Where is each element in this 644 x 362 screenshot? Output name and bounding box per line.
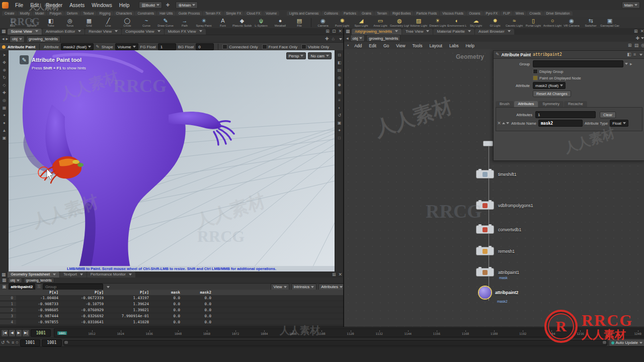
main-selector[interactable]: ◉ Main xyxy=(176,2,198,9)
keyframe-icon[interactable]: ✎ xyxy=(7,340,11,345)
path-node-chip[interactable]: growing_tendrils xyxy=(26,36,60,43)
lock-icon[interactable]: ⚿ xyxy=(37,285,41,289)
network-menu-item[interactable]: Layout xyxy=(426,43,446,48)
settings-icon[interactable]: ○ xyxy=(16,340,18,345)
transport-button[interactable]: ◀ xyxy=(9,329,15,337)
shelf-tool[interactable]: ◢ Spot Light xyxy=(352,18,371,27)
shelf-tool[interactable]: ◉ VR Camera xyxy=(562,18,581,27)
pane-tab[interactable]: Geometry Spreadsheet xyxy=(8,272,60,278)
shelf-tool[interactable]: ☀ Distant Light xyxy=(428,18,447,27)
node-timeshift1[interactable]: timeshift1 xyxy=(476,170,516,178)
shelf-tab[interactable]: Constraints xyxy=(135,11,156,16)
shelf-tab[interactable]: Terrain FX xyxy=(203,11,223,16)
pane-tab[interactable]: Asset Browser xyxy=(475,29,514,35)
shelf-tool[interactable]: ▨ Volume Light xyxy=(409,18,428,27)
shelf-tab[interactable]: Texture xyxy=(80,11,96,16)
shelf-tab[interactable]: Rigging xyxy=(97,11,113,16)
network-menu-item[interactable]: View xyxy=(392,43,409,48)
shelf-tool[interactable]: ▤ File xyxy=(290,18,309,27)
shelf-tab[interactable]: Oceans xyxy=(466,11,482,16)
shelf-tab[interactable]: Characters xyxy=(114,11,135,16)
maximize-view-icon[interactable]: ⊡ xyxy=(338,53,341,57)
bg-input[interactable]: 0 xyxy=(196,43,214,50)
shelf-tool[interactable]: ✺ Point Light xyxy=(333,18,352,27)
misc-tool-icon[interactable]: ▣ xyxy=(3,136,7,140)
pane-tab[interactable]: /obj/growing_tendrils xyxy=(352,29,401,35)
group-select-icon[interactable]: ▸ xyxy=(630,62,632,66)
shelf-tab[interactable]: Pyro FX xyxy=(484,11,500,16)
edit-attr-icon[interactable]: ✎ xyxy=(96,45,100,49)
attribute-select[interactable]: mask2 (float) xyxy=(533,82,566,89)
node-attribpaint2-selected[interactable]: attribpaint2 mask2 xyxy=(479,287,518,299)
shelf-tab[interactable]: Crowds xyxy=(527,11,543,16)
menu-item[interactable]: Render xyxy=(42,3,66,8)
pin-network-icon[interactable]: ▪ xyxy=(347,43,349,48)
column-header[interactable]: P[y] xyxy=(61,290,107,295)
shelf-tab[interactable]: Create xyxy=(2,11,17,16)
path-root-chip[interactable]: obj xyxy=(8,278,22,283)
display-group-row[interactable]: Display Group xyxy=(533,69,644,74)
network-menu-item[interactable]: Labs xyxy=(446,43,462,48)
close-pane-icon[interactable]: ✕ xyxy=(640,29,644,34)
select-tool-icon[interactable]: ➤ xyxy=(3,53,6,57)
pane-tab[interactable]: Performance Monitor xyxy=(87,272,135,278)
viewport-canvas[interactable]: ✎ Attribute Paint tool Press Shift + F1 … xyxy=(9,50,335,272)
shelf-tool[interactable]: ~ Curve xyxy=(137,18,156,27)
shelf-tab[interactable]: Cloud FX xyxy=(244,11,263,16)
spreadsheet-row[interactable]: 1 -0.908733 -0.10759 1.39624 0.0 0.0 xyxy=(0,301,343,307)
shelf-tool[interactable]: ≈ Caustic Light xyxy=(505,18,524,27)
audio-icon[interactable]: ≡ xyxy=(12,340,14,345)
view-type-dropdown[interactable]: Persp xyxy=(286,52,306,59)
shelf-tab[interactable]: Hair Utils xyxy=(157,11,175,16)
pane-tab[interactable]: Tree View xyxy=(402,29,433,35)
shelf-tool[interactable]: ◉ Camera xyxy=(313,18,333,27)
lookat-icon[interactable]: ◎ xyxy=(338,76,341,80)
split-pane-icon[interactable]: ⊞ xyxy=(332,273,336,277)
network-menu-item[interactable]: Go xyxy=(380,43,392,48)
pane-tab[interactable]: Textport xyxy=(60,272,87,278)
shelf-tool[interactable]: → Path xyxy=(175,18,194,27)
menu-item[interactable]: Assets xyxy=(66,3,88,8)
shelf-tool[interactable]: ╱ Line xyxy=(99,18,118,27)
attributes-count-input[interactable]: 1 xyxy=(535,111,596,118)
column-header[interactable]: P[x] xyxy=(16,290,61,295)
menu-item[interactable]: File xyxy=(12,3,27,8)
node-remesh1[interactable]: remesh1 xyxy=(476,247,515,255)
pose-tool-icon[interactable]: ✥ xyxy=(3,61,6,65)
split-pane-icon[interactable]: ⊞ xyxy=(326,29,330,34)
spreadsheet-row[interactable]: 4 -0.997855 -0.0310641 1.41028 0.0 0.0 xyxy=(0,319,343,325)
shelf-tool[interactable]: ▯ Portal Light xyxy=(524,18,543,27)
node-vdbfrompolygons1[interactable]: vdbfrompolygons1 xyxy=(476,201,533,210)
shelf-tool[interactable]: ⇆ Switcher xyxy=(581,18,600,27)
pin-icon[interactable]: ✚ xyxy=(635,36,639,41)
shelf-tool[interactable]: ☁ Sky Light xyxy=(466,18,486,27)
range-end-field[interactable]: 1001 xyxy=(42,339,62,346)
shelf-tab[interactable]: Polygon xyxy=(47,11,64,16)
flag-tool-icon[interactable]: ▲ xyxy=(3,129,7,133)
maximize-pane-icon[interactable]: ⊡ xyxy=(332,29,336,34)
shelf-tab[interactable]: Wires xyxy=(513,11,527,16)
layout-selector[interactable]: Main xyxy=(622,2,640,9)
pane-menu-icon[interactable]: ▦ xyxy=(2,273,6,277)
rotate-tool-icon[interactable]: ↻ xyxy=(3,76,6,80)
handles-tool-icon[interactable]: ✚ xyxy=(3,91,6,95)
shelf-tab[interactable]: Grains xyxy=(359,11,374,16)
shelf-tool[interactable]: ✳ Spray Paint xyxy=(194,18,213,27)
history-back-icon[interactable]: ◂ xyxy=(2,37,5,41)
shelf-tool[interactable]: □ Box xyxy=(3,18,22,27)
shelf-tab[interactable]: Simple FX xyxy=(223,11,244,16)
shelf-tab[interactable]: Deform xyxy=(64,11,80,16)
column-header[interactable]: mask xyxy=(152,290,183,295)
attribute-name-input[interactable]: mask2 xyxy=(538,120,583,127)
grid-tool-icon[interactable]: ▦ xyxy=(3,106,7,110)
spreadsheet-row[interactable]: 3 -0.987444 -0.0326692 7.990914e-01 0.0 … xyxy=(0,313,343,319)
parameter-tab[interactable]: Symmetry xyxy=(538,101,564,107)
home-icon[interactable]: ⌂ xyxy=(332,37,335,41)
overview-icon[interactable]: ▤ xyxy=(634,43,639,48)
network-menu-item[interactable]: Tools xyxy=(409,43,426,48)
pane-tab[interactable]: Animation Editor xyxy=(42,29,85,35)
shelf-tool[interactable]: ✎ Draw Curve xyxy=(156,18,175,27)
pane-tab[interactable]: Scene View xyxy=(8,29,42,35)
range-start-field[interactable]: 1001 xyxy=(20,339,40,346)
parameter-tab[interactable]: Recache xyxy=(564,101,587,107)
